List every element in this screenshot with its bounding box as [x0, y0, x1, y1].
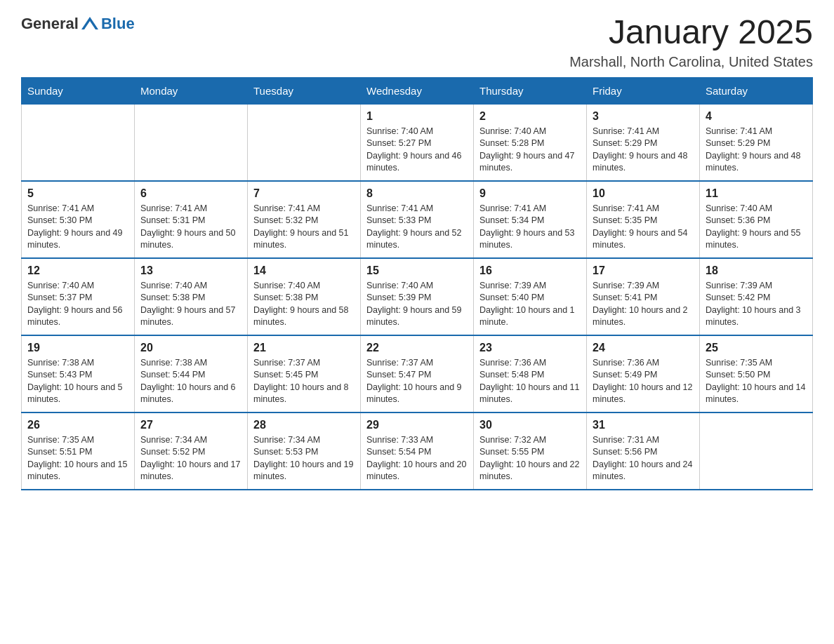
- day-info: Sunrise: 7:34 AMSunset: 5:52 PMDaylight:…: [140, 434, 241, 483]
- day-info: Sunrise: 7:41 AMSunset: 5:31 PMDaylight:…: [140, 203, 241, 252]
- page-header: General Blue January 2025 Marshall, Nort…: [21, 14, 813, 70]
- day-info: Sunrise: 7:34 AMSunset: 5:53 PMDaylight:…: [253, 434, 355, 483]
- calendar-day-15: 15Sunrise: 7:40 AMSunset: 5:39 PMDayligh…: [361, 258, 474, 335]
- day-info: Sunrise: 7:40 AMSunset: 5:27 PMDaylight:…: [366, 126, 468, 175]
- page-subtitle: Marshall, North Carolina, United States: [569, 54, 813, 70]
- calendar-day-24: 24Sunrise: 7:36 AMSunset: 5:49 PMDayligh…: [587, 335, 700, 412]
- day-number: 8: [366, 187, 468, 200]
- day-number: 7: [253, 187, 355, 200]
- calendar-day-2: 2Sunrise: 7:40 AMSunset: 5:28 PMDaylight…: [474, 104, 587, 181]
- calendar-empty-cell: [22, 104, 135, 181]
- day-number: 25: [706, 342, 807, 354]
- day-info: Sunrise: 7:40 AMSunset: 5:37 PMDaylight:…: [27, 280, 128, 329]
- calendar-day-18: 18Sunrise: 7:39 AMSunset: 5:42 PMDayligh…: [700, 258, 813, 335]
- day-number: 2: [479, 110, 581, 123]
- calendar-header-sunday: Sunday: [22, 77, 135, 104]
- day-number: 20: [140, 342, 241, 354]
- calendar-day-30: 30Sunrise: 7:32 AMSunset: 5:55 PMDayligh…: [474, 412, 587, 490]
- day-info: Sunrise: 7:39 AMSunset: 5:42 PMDaylight:…: [706, 280, 807, 329]
- day-info: Sunrise: 7:41 AMSunset: 5:29 PMDaylight:…: [593, 126, 694, 175]
- calendar-header-wednesday: Wednesday: [361, 77, 474, 104]
- calendar-table: SundayMondayTuesdayWednesdayThursdayFrid…: [21, 77, 813, 490]
- calendar-day-4: 4Sunrise: 7:41 AMSunset: 5:29 PMDaylight…: [700, 104, 813, 181]
- day-info: Sunrise: 7:41 AMSunset: 5:29 PMDaylight:…: [706, 126, 807, 175]
- calendar-day-16: 16Sunrise: 7:39 AMSunset: 5:40 PMDayligh…: [474, 258, 587, 335]
- day-number: 21: [253, 342, 355, 354]
- day-number: 1: [366, 110, 468, 123]
- day-number: 5: [27, 187, 128, 200]
- logo-text-general: General: [21, 15, 79, 33]
- day-info: Sunrise: 7:40 AMSunset: 5:28 PMDaylight:…: [479, 126, 581, 175]
- day-info: Sunrise: 7:35 AMSunset: 5:51 PMDaylight:…: [27, 434, 128, 483]
- day-info: Sunrise: 7:37 AMSunset: 5:47 PMDaylight:…: [366, 357, 468, 406]
- day-number: 6: [140, 187, 241, 200]
- calendar-day-10: 10Sunrise: 7:41 AMSunset: 5:35 PMDayligh…: [587, 181, 700, 258]
- calendar-day-3: 3Sunrise: 7:41 AMSunset: 5:29 PMDaylight…: [587, 104, 700, 181]
- day-info: Sunrise: 7:31 AMSunset: 5:56 PMDaylight:…: [593, 434, 694, 483]
- day-number: 12: [27, 264, 128, 277]
- calendar-day-17: 17Sunrise: 7:39 AMSunset: 5:41 PMDayligh…: [587, 258, 700, 335]
- calendar-header-friday: Friday: [587, 77, 700, 104]
- calendar-day-13: 13Sunrise: 7:40 AMSunset: 5:38 PMDayligh…: [135, 258, 248, 335]
- day-info: Sunrise: 7:40 AMSunset: 5:39 PMDaylight:…: [366, 280, 468, 329]
- title-area: January 2025 Marshall, North Carolina, U…: [569, 14, 813, 70]
- calendar-header-thursday: Thursday: [474, 77, 587, 104]
- day-number: 18: [706, 264, 807, 277]
- day-info: Sunrise: 7:41 AMSunset: 5:30 PMDaylight:…: [27, 203, 128, 252]
- calendar-header-row: SundayMondayTuesdayWednesdayThursdayFrid…: [22, 77, 813, 104]
- page-title: January 2025: [569, 14, 813, 51]
- day-info: Sunrise: 7:40 AMSunset: 5:38 PMDaylight:…: [140, 280, 241, 329]
- day-number: 23: [479, 342, 581, 354]
- calendar-day-28: 28Sunrise: 7:34 AMSunset: 5:53 PMDayligh…: [248, 412, 361, 490]
- day-info: Sunrise: 7:41 AMSunset: 5:33 PMDaylight:…: [366, 203, 468, 252]
- day-number: 16: [479, 264, 581, 277]
- day-number: 30: [479, 419, 581, 431]
- day-info: Sunrise: 7:37 AMSunset: 5:45 PMDaylight:…: [253, 357, 355, 406]
- logo-text-blue: Blue: [101, 15, 135, 33]
- calendar-empty-cell: [135, 104, 248, 181]
- day-info: Sunrise: 7:36 AMSunset: 5:48 PMDaylight:…: [479, 357, 581, 406]
- day-info: Sunrise: 7:38 AMSunset: 5:44 PMDaylight:…: [140, 357, 241, 406]
- logo-icon: [80, 14, 100, 34]
- day-number: 14: [253, 264, 355, 277]
- calendar-week-row: 5Sunrise: 7:41 AMSunset: 5:30 PMDaylight…: [22, 181, 813, 258]
- calendar-day-12: 12Sunrise: 7:40 AMSunset: 5:37 PMDayligh…: [22, 258, 135, 335]
- day-number: 22: [366, 342, 468, 354]
- day-number: 24: [593, 342, 694, 354]
- calendar-day-31: 31Sunrise: 7:31 AMSunset: 5:56 PMDayligh…: [587, 412, 700, 490]
- day-number: 31: [593, 419, 694, 431]
- calendar-day-26: 26Sunrise: 7:35 AMSunset: 5:51 PMDayligh…: [22, 412, 135, 490]
- day-number: 17: [593, 264, 694, 277]
- calendar-week-row: 26Sunrise: 7:35 AMSunset: 5:51 PMDayligh…: [22, 412, 813, 490]
- calendar-day-1: 1Sunrise: 7:40 AMSunset: 5:27 PMDaylight…: [361, 104, 474, 181]
- day-number: 13: [140, 264, 241, 277]
- day-info: Sunrise: 7:40 AMSunset: 5:38 PMDaylight:…: [253, 280, 355, 329]
- day-number: 29: [366, 419, 468, 431]
- calendar-day-20: 20Sunrise: 7:38 AMSunset: 5:44 PMDayligh…: [135, 335, 248, 412]
- calendar-day-9: 9Sunrise: 7:41 AMSunset: 5:34 PMDaylight…: [474, 181, 587, 258]
- day-info: Sunrise: 7:41 AMSunset: 5:34 PMDaylight:…: [479, 203, 581, 252]
- day-number: 15: [366, 264, 468, 277]
- day-number: 3: [593, 110, 694, 123]
- day-number: 27: [140, 419, 241, 431]
- calendar-day-5: 5Sunrise: 7:41 AMSunset: 5:30 PMDaylight…: [22, 181, 135, 258]
- day-info: Sunrise: 7:35 AMSunset: 5:50 PMDaylight:…: [706, 357, 807, 406]
- day-info: Sunrise: 7:36 AMSunset: 5:49 PMDaylight:…: [593, 357, 694, 406]
- calendar-day-7: 7Sunrise: 7:41 AMSunset: 5:32 PMDaylight…: [248, 181, 361, 258]
- day-info: Sunrise: 7:33 AMSunset: 5:54 PMDaylight:…: [366, 434, 468, 483]
- calendar-week-row: 12Sunrise: 7:40 AMSunset: 5:37 PMDayligh…: [22, 258, 813, 335]
- calendar-day-27: 27Sunrise: 7:34 AMSunset: 5:52 PMDayligh…: [135, 412, 248, 490]
- day-info: Sunrise: 7:38 AMSunset: 5:43 PMDaylight:…: [27, 357, 128, 406]
- calendar-day-21: 21Sunrise: 7:37 AMSunset: 5:45 PMDayligh…: [248, 335, 361, 412]
- calendar-week-row: 19Sunrise: 7:38 AMSunset: 5:43 PMDayligh…: [22, 335, 813, 412]
- day-number: 26: [27, 419, 128, 431]
- day-info: Sunrise: 7:41 AMSunset: 5:35 PMDaylight:…: [593, 203, 694, 252]
- calendar-header-monday: Monday: [135, 77, 248, 104]
- calendar-empty-cell: [700, 412, 813, 490]
- day-info: Sunrise: 7:32 AMSunset: 5:55 PMDaylight:…: [479, 434, 581, 483]
- calendar-day-19: 19Sunrise: 7:38 AMSunset: 5:43 PMDayligh…: [22, 335, 135, 412]
- calendar-day-6: 6Sunrise: 7:41 AMSunset: 5:31 PMDaylight…: [135, 181, 248, 258]
- calendar-header-saturday: Saturday: [700, 77, 813, 104]
- day-info: Sunrise: 7:41 AMSunset: 5:32 PMDaylight:…: [253, 203, 355, 252]
- day-number: 4: [706, 110, 807, 123]
